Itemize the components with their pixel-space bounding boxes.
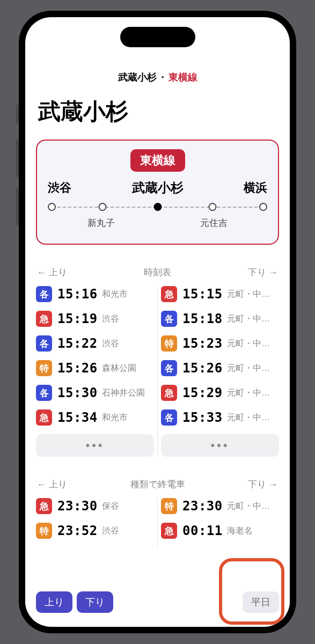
line-track — [48, 202, 267, 213]
departure-time: 15:34 — [57, 410, 98, 425]
train-row[interactable]: 急00:11海老名 — [161, 523, 279, 539]
terminal-right: 横浜 — [244, 180, 267, 196]
page-title: 武蔵小杉 — [36, 97, 279, 127]
departure-time: 15:30 — [57, 385, 98, 400]
train-row[interactable]: 急15:34和光市 — [36, 409, 154, 426]
train-type-badge: 特 — [161, 498, 177, 514]
destination: 元町・中… — [227, 387, 270, 399]
direction-down-label[interactable]: 下り → — [248, 266, 278, 279]
train-type-badge: 急 — [161, 523, 177, 539]
last-trains-columns: 急23:30保谷特23:52渋谷 特23:30元町・中…急00:11海老名 — [36, 498, 279, 547]
breadcrumb-line: 東横線 — [169, 72, 197, 83]
departure-time: 00:11 — [182, 523, 223, 538]
station-dot — [259, 203, 267, 211]
departure-time: 15:33 — [182, 410, 223, 425]
direction-down-label[interactable]: 下り → — [248, 478, 278, 491]
column-divider — [157, 498, 158, 547]
adjacent-station-right: 元住吉 — [200, 217, 228, 229]
departure-time: 15:15 — [182, 287, 223, 302]
arrow-left-icon: ← — [37, 267, 46, 277]
train-type-badge: 特 — [36, 523, 52, 539]
more-button[interactable]: ••• — [161, 434, 279, 457]
departure-time: 15:22 — [57, 336, 98, 351]
destination: 保谷 — [102, 501, 119, 512]
train-type-badge: 急 — [161, 385, 177, 401]
breadcrumb-station: 武蔵小杉 — [118, 72, 157, 83]
train-row[interactable]: 急15:29元町・中… — [161, 385, 279, 401]
train-type-badge: 各 — [36, 286, 52, 302]
arrow-right-icon: → — [269, 267, 278, 277]
departure-time: 15:26 — [57, 361, 98, 376]
departure-time: 15:16 — [57, 287, 98, 302]
last-trains-down-column: 特23:30元町・中…急00:11海老名 — [161, 498, 279, 547]
train-type-badge: 各 — [161, 360, 177, 376]
train-type-badge: 各 — [161, 409, 177, 426]
train-row[interactable]: 急15:15元町・中… — [161, 286, 279, 302]
dynamic-island — [120, 27, 195, 47]
direction-up-label[interactable]: ← 上り — [37, 478, 67, 491]
terminal-left: 渋谷 — [48, 180, 71, 196]
train-type-badge: 各 — [161, 311, 177, 327]
screen: 武蔵小杉・東横線 武蔵小杉 東横線 渋谷 武蔵小杉 横浜 — [25, 17, 290, 627]
breadcrumb: 武蔵小杉・東横線 — [36, 71, 279, 84]
destination: 元町・中… — [227, 289, 270, 300]
last-trains-title: 種類で終電車 — [130, 478, 185, 491]
train-type-badge: 急 — [36, 409, 52, 426]
last-trains-up-column: 急23:30保谷特23:52渋谷 — [36, 498, 154, 547]
train-row[interactable]: 急23:30保谷 — [36, 498, 154, 514]
train-row[interactable]: 各15:33元町・中… — [161, 409, 279, 426]
station-dot — [99, 203, 107, 211]
train-row[interactable]: 特23:52渋谷 — [36, 523, 154, 539]
more-button[interactable]: ••• — [36, 434, 154, 457]
train-row[interactable]: 特15:26森林公園 — [36, 360, 154, 376]
timetable-down-column: 急15:15元町・中…各15:18元町・中…特15:23元町・中…各15:26元… — [161, 286, 279, 457]
train-type-badge: 急 — [36, 311, 52, 327]
departure-time: 15:29 — [182, 385, 223, 400]
destination: 渋谷 — [102, 338, 119, 349]
train-row[interactable]: 各15:18元町・中… — [161, 311, 279, 327]
timetable-header: ← 上り 時刻表 下り → — [36, 266, 279, 279]
departure-time: 23:30 — [57, 499, 98, 514]
destination: 元町・中… — [227, 313, 270, 325]
train-type-badge: 各 — [36, 385, 52, 401]
station-dot — [48, 203, 56, 211]
bottom-toolbar: 上り 下り 平日 — [25, 586, 290, 621]
destination: 元町・中… — [227, 412, 270, 423]
train-type-badge: 急 — [161, 286, 177, 302]
day-type-button[interactable]: 平日 — [243, 591, 279, 613]
train-type-badge: 特 — [36, 360, 52, 376]
destination: 和光市 — [102, 412, 128, 423]
train-row[interactable]: 各15:16和光市 — [36, 286, 154, 302]
departure-time: 15:23 — [182, 336, 223, 351]
destination: 和光市 — [102, 289, 128, 300]
line-map-card[interactable]: 東横線 渋谷 武蔵小杉 横浜 新丸子 元住吉 — [36, 140, 279, 245]
phone-frame: 武蔵小杉・東横線 武蔵小杉 東横線 渋谷 武蔵小杉 横浜 — [19, 11, 296, 633]
direction-up-label[interactable]: ← 上り — [37, 266, 67, 279]
timetable-title: 時刻表 — [144, 266, 171, 279]
destination: 渋谷 — [102, 525, 119, 537]
destination: 元町・中… — [227, 363, 270, 374]
destination: 元町・中… — [227, 338, 270, 349]
destination: 石神井公園 — [102, 387, 145, 399]
timetable-columns: 各15:16和光市急15:19渋谷各15:22渋谷特15:26森林公園各15:3… — [36, 286, 279, 457]
train-row[interactable]: 特23:30元町・中… — [161, 498, 279, 514]
departure-time: 23:30 — [182, 499, 223, 514]
train-row[interactable]: 急15:19渋谷 — [36, 311, 154, 327]
train-row[interactable]: 特15:23元町・中… — [161, 335, 279, 352]
up-direction-button[interactable]: 上り — [36, 591, 72, 613]
destination: 森林公園 — [102, 363, 136, 374]
station-dot — [208, 203, 216, 211]
train-row[interactable]: 各15:22渋谷 — [36, 335, 154, 352]
train-row[interactable]: 各15:26元町・中… — [161, 360, 279, 376]
departure-time: 15:19 — [57, 311, 98, 326]
arrow-left-icon: ← — [37, 479, 46, 489]
destination: 元町・中… — [227, 501, 270, 512]
current-station: 武蔵小杉 — [132, 179, 184, 196]
departure-time: 15:18 — [182, 311, 223, 326]
line-name-badge: 東横線 — [130, 149, 185, 172]
train-row[interactable]: 各15:30石神井公園 — [36, 385, 154, 401]
down-direction-button[interactable]: 下り — [77, 591, 113, 613]
timetable-up-column: 各15:16和光市急15:19渋谷各15:22渋谷特15:26森林公園各15:3… — [36, 286, 154, 457]
train-type-badge: 特 — [161, 335, 177, 352]
current-station-dot — [153, 203, 162, 211]
